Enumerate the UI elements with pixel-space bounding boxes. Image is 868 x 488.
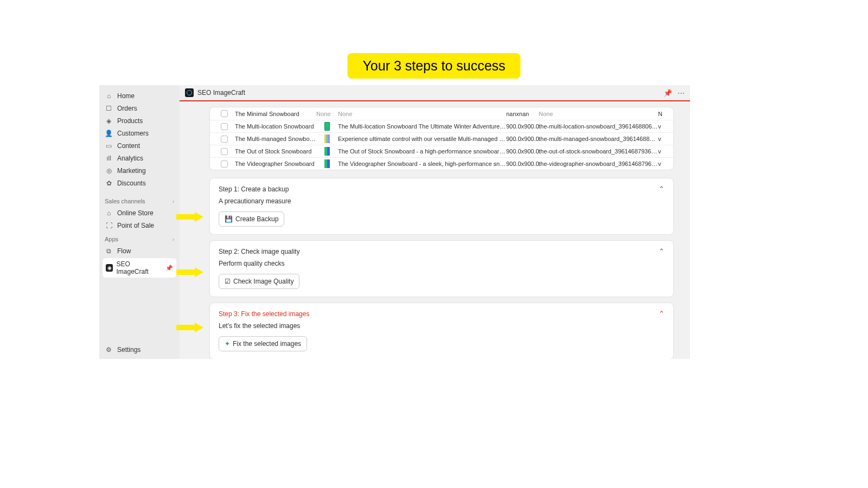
chevron-right-icon: ›: [173, 236, 174, 242]
pos-icon: ⛶: [105, 221, 113, 229]
step-1-card: Step 1: Create a backup ⌃ A precautionar…: [209, 178, 674, 235]
table-row: The Multi-location Snowboard The Multi-l…: [210, 120, 673, 132]
row-checkbox[interactable]: [221, 160, 228, 168]
section-label: Sales channels: [105, 198, 145, 204]
fix-selected-images-button[interactable]: ✦Fix the selected images: [219, 336, 307, 351]
button-label: Fix the selected images: [233, 340, 301, 348]
sidebar-item-label: Products: [117, 117, 143, 125]
check-icon: ☑: [225, 278, 231, 285]
ext: N: [658, 111, 666, 117]
sidebar-item-label: Content: [117, 142, 140, 150]
sidebar-item-label: Flow: [117, 247, 131, 255]
product-desc: The Out of Stock Snowboard - a high-perf…: [338, 148, 506, 155]
step-subtitle: Perform quality checks: [219, 260, 665, 267]
nav-main: ⌂Home ☐Orders ◈Products 👤Customers ▭Cont…: [99, 85, 180, 194]
button-label: Check Image Quality: [233, 278, 293, 285]
sidebar-item-flow[interactable]: ⧉Flow: [99, 245, 180, 257]
collapse-icon[interactable]: ⌃: [659, 247, 665, 255]
banner-title: Your 3 steps to success: [347, 53, 520, 79]
product-desc: The Videographer Snowboard - a sleek, hi…: [338, 160, 506, 167]
sidebar-item-settings[interactable]: ⚙Settings: [99, 340, 180, 359]
pin-icon[interactable]: 📌: [663, 89, 672, 97]
sidebar-item-orders[interactable]: ☐Orders: [99, 102, 180, 114]
svg-marker-2: [176, 323, 203, 332]
sidebar-item-label: Settings: [117, 346, 141, 354]
sidebar-item-seo-imagecraft[interactable]: ◉SEO ImageCraft 📌: [103, 258, 176, 278]
row-checkbox[interactable]: [221, 123, 228, 130]
thumbnail-icon: [324, 159, 330, 168]
thumbnail-icon: [324, 134, 330, 143]
customers-icon: 👤: [105, 129, 113, 137]
analytics-icon: ıll: [105, 154, 113, 162]
table-row: The Out of Stock Snowboard The Out of St…: [210, 145, 673, 157]
thumbnail-icon: [324, 122, 330, 131]
step-subtitle: A precautionary measure: [219, 197, 665, 205]
sidebar-item-discounts[interactable]: ✿Discounts: [99, 177, 180, 189]
svg-marker-1: [176, 267, 203, 277]
step-3-card: Step 3: Fix the selected images ⌃ Let's …: [209, 303, 674, 359]
sidebar-item-label: Point of Sale: [117, 222, 154, 229]
app-title: SEO ImageCraft: [197, 89, 245, 97]
sidebar-item-label: Customers: [117, 130, 149, 137]
gear-icon: ⚙: [105, 345, 113, 354]
callout-arrow-icon: [176, 323, 203, 332]
row-checkbox[interactable]: [221, 148, 228, 155]
collapse-icon[interactable]: ⌃: [659, 185, 665, 193]
product-name: The Multi-location Snowboard: [235, 123, 316, 130]
filename: the-videographer-snowboard_3961468796953…: [539, 160, 658, 167]
chevron-right-icon: ›: [173, 198, 174, 204]
sidebar-item-products[interactable]: ◈Products: [99, 114, 180, 127]
thumb-none: None: [316, 111, 338, 117]
sidebar-item-customers[interactable]: 👤Customers: [99, 127, 180, 139]
sidebar-item-online-store[interactable]: ⌂Online Store: [99, 207, 180, 219]
more-icon[interactable]: ⋯: [678, 89, 685, 97]
filename: the-multi-location-snowboard_39614688067…: [539, 123, 658, 130]
fix-icon: ✦: [225, 340, 230, 348]
table-row: The Minimal Snowboard None None nanxnan …: [210, 107, 673, 120]
discounts-icon: ✿: [105, 179, 113, 187]
sidebar-item-label: Online Store: [117, 209, 154, 217]
sidebar: ⌂Home ☐Orders ◈Products 👤Customers ▭Cont…: [99, 85, 180, 359]
filename: the-out-of-stock-snowboard_3961468793677…: [539, 148, 658, 155]
main-area: SEO ImageCraft 📌 ⋯ The Minimal Snowboard…: [180, 85, 690, 359]
sidebar-item-label: Marketing: [117, 167, 146, 175]
section-apps[interactable]: Apps›: [99, 232, 180, 245]
dimensions: 900.0x900.0: [506, 160, 539, 167]
thumbnail-icon: [324, 147, 330, 156]
sidebar-item-analytics[interactable]: ıllAnalytics: [99, 152, 180, 164]
content: The Minimal Snowboard None None nanxnan …: [180, 101, 690, 359]
save-icon: 💾: [225, 215, 233, 223]
store-icon: ⌂: [105, 209, 113, 217]
ext: v: [658, 136, 666, 142]
step-title: Step 2: Check image quality: [219, 248, 299, 255]
product-name: The Videographer Snowboard: [235, 160, 316, 167]
row-checkbox[interactable]: [221, 136, 228, 143]
product-name: The Out of Stock Snowboard: [235, 148, 316, 155]
app-window: ⌂Home ☐Orders ◈Products 👤Customers ▭Cont…: [99, 85, 690, 359]
pin-icon[interactable]: 📌: [165, 265, 173, 272]
check-image-quality-button[interactable]: ☑Check Image Quality: [219, 274, 299, 289]
table-row: The Multi-managed Snowboard Experience u…: [210, 132, 673, 145]
section-label: Apps: [105, 236, 118, 242]
sidebar-item-home[interactable]: ⌂Home: [99, 89, 180, 102]
dimensions: 900.0x900.0: [506, 136, 539, 142]
collapse-icon[interactable]: ⌃: [659, 310, 665, 318]
create-backup-button[interactable]: 💾Create Backup: [219, 211, 284, 227]
products-icon: ◈: [105, 117, 113, 125]
product-desc: The Multi-location Snowboard The Ultimat…: [338, 123, 506, 130]
sidebar-item-pos[interactable]: ⛶Point of Sale: [99, 219, 180, 232]
sidebar-item-label: Orders: [117, 105, 137, 112]
sidebar-item-label: Discounts: [117, 179, 146, 187]
product-desc: Experience ultimate control with our ver…: [338, 136, 506, 142]
sidebar-item-content[interactable]: ▭Content: [99, 139, 180, 152]
row-checkbox[interactable]: [221, 110, 228, 117]
ext: v: [658, 123, 666, 130]
section-sales-channels[interactable]: Sales channels›: [99, 194, 180, 207]
ext: v: [658, 160, 666, 167]
sidebar-item-label: SEO ImageCraft: [116, 260, 162, 275]
callout-arrow-icon: [176, 212, 203, 222]
products-table: The Minimal Snowboard None None nanxnan …: [209, 107, 674, 170]
sidebar-item-marketing[interactable]: ◎Marketing: [99, 164, 180, 177]
topbar: SEO ImageCraft 📌 ⋯: [180, 85, 690, 101]
ext: v: [658, 148, 666, 155]
